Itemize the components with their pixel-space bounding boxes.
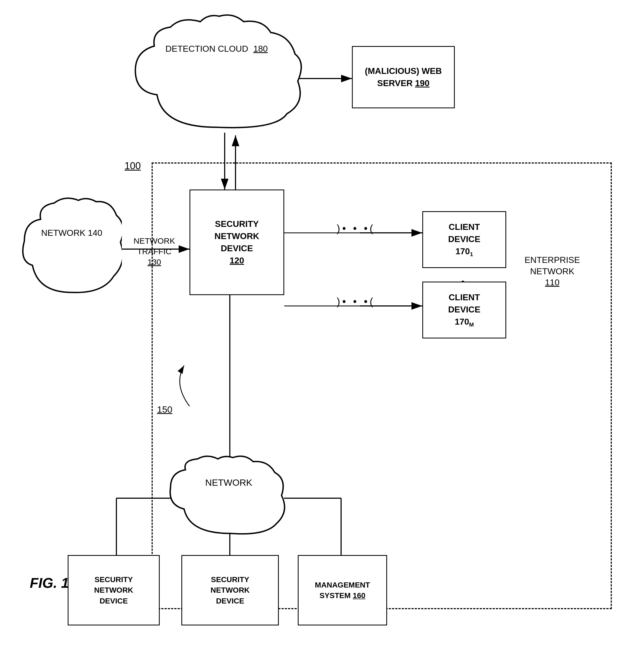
management-system-box: MANAGEMENTSYSTEM 160 xyxy=(298,555,387,626)
client-device-170m-text: CLIENTDEVICE170M xyxy=(448,291,480,328)
network-traffic-label: NETWORKTRAFFIC130 xyxy=(127,235,181,267)
client-device-1701-text: CLIENTDEVICE1701 xyxy=(448,221,480,258)
security-network-device-center-box: SECURITYNETWORKDEVICE xyxy=(181,555,279,626)
security-network-device-left-box: SECURITYNETWORKDEVICE xyxy=(68,555,160,626)
network-bottom-shape xyxy=(168,455,292,539)
detection-cloud-shape xyxy=(130,14,303,133)
enterprise-network-label: ENTERPRISENETWORK110 xyxy=(509,254,596,288)
network-140-label: NETWORK 140 xyxy=(27,227,116,239)
dots-h1: )• • •( xyxy=(291,222,421,235)
client-device-1701-box: CLIENTDEVICE1701 xyxy=(422,211,506,268)
malicious-web-server-text: (MALICIOUS) WEBSERVER 190 xyxy=(365,65,442,89)
ref-150-label: 150 xyxy=(157,403,172,415)
diagram: DETECTION CLOUD 180 (MALICIOUS) WEBSERVE… xyxy=(0,0,644,659)
fig1-label: FIG. 1 xyxy=(30,574,69,592)
ref-100-label: 100 xyxy=(124,160,141,173)
malicious-web-server-box: (MALICIOUS) WEBSERVER 190 xyxy=(352,46,455,108)
security-network-device-120-box: SECURITYNETWORKDEVICE120 xyxy=(189,189,284,295)
management-system-text: MANAGEMENTSYSTEM 160 xyxy=(315,580,370,601)
security-network-device-left-text: SECURITYNETWORKDEVICE xyxy=(94,574,134,606)
security-network-device-120-text: SECURITYNETWORKDEVICE120 xyxy=(214,218,259,267)
network-bottom-label: NETWORK xyxy=(183,477,275,488)
detection-cloud-label: DETECTION CLOUD 180 xyxy=(152,43,281,55)
network-140-shape xyxy=(22,195,122,298)
client-device-170m-box: CLIENTDEVICE170M xyxy=(422,281,506,338)
dots-h2: )• • •( xyxy=(291,295,421,309)
security-network-device-center-text: SECURITYNETWORKDEVICE xyxy=(211,574,250,606)
